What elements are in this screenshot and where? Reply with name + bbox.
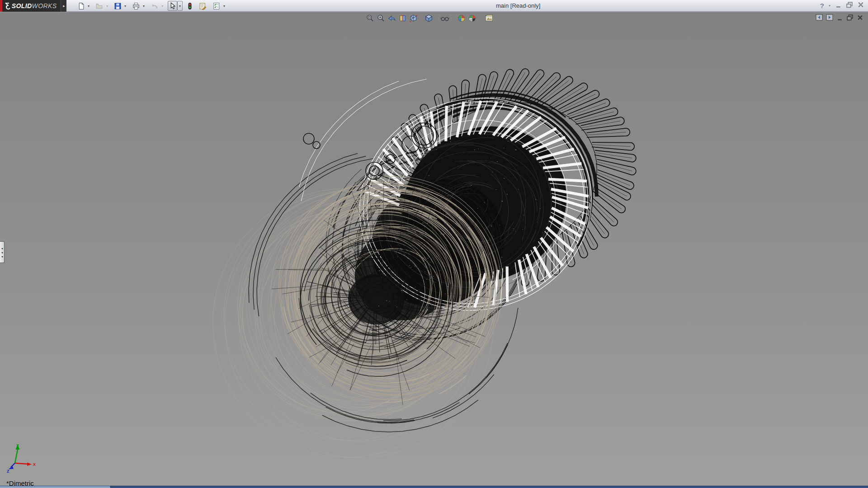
brand-solid: SOLID <box>12 2 32 9</box>
print-button[interactable] <box>131 1 142 11</box>
display-style-button[interactable] <box>423 13 434 23</box>
section-view-button[interactable] <box>397 13 408 23</box>
zoom-to-fit-button[interactable] <box>364 13 375 23</box>
pane-next-button[interactable] <box>826 14 833 21</box>
menu-flyout-arrow[interactable]: ▸ <box>61 0 66 12</box>
undo-button[interactable] <box>149 1 160 11</box>
view-orientation-label: *Dimetric <box>6 479 34 486</box>
taskbar-edge-left-segment <box>0 486 111 488</box>
flyout-left-arrow-icon: ◂ <box>1 251 3 254</box>
zoom-to-area-button[interactable] <box>375 13 386 23</box>
doc-close-button[interactable] <box>857 14 863 21</box>
featuremanager-flyout-tab[interactable]: ◂◂◂ <box>0 241 5 263</box>
save-dropdown-arrow[interactable]: ▾ <box>123 1 127 11</box>
svg-text:X: X <box>33 462 36 467</box>
save-button[interactable] <box>113 1 123 11</box>
app-restore-button[interactable] <box>846 1 853 10</box>
app-window-controls: ? ▾ <box>820 0 864 11</box>
app-close-button[interactable] <box>857 1 864 10</box>
apply-scene-button[interactable] <box>467 13 477 23</box>
select-dropdown-arrow[interactable]: ▾ <box>177 1 183 11</box>
document-window-controls <box>816 14 863 21</box>
options-button[interactable] <box>211 1 222 11</box>
svg-text:Z: Z <box>7 469 9 474</box>
options-dropdown-arrow[interactable]: ▾ <box>222 1 226 11</box>
file-properties-button[interactable] <box>197 1 208 11</box>
pane-previous-button[interactable] <box>816 14 823 21</box>
svg-text:Y: Y <box>16 443 19 448</box>
rebuild-stoplight-button[interactable] <box>186 1 194 11</box>
help-dropdown-arrow[interactable]: ▾ <box>828 1 831 11</box>
flyout-left-arrow-icon: ◂ <box>1 247 3 250</box>
engine-model-wireframe[interactable] <box>0 12 868 486</box>
headsup-view-toolbar <box>364 13 495 23</box>
new-document-dropdown-arrow[interactable]: ▾ <box>86 1 91 11</box>
solidworks-logo: Ʒ SOLIDWORKS ▸ <box>0 0 66 12</box>
doc-minimize-button[interactable] <box>836 14 843 21</box>
print-dropdown-arrow[interactable]: ▾ <box>142 1 146 11</box>
undo-dropdown-arrow[interactable]: ▾ <box>160 1 165 11</box>
menu-bar: Ʒ SOLIDWORKS ▸ ▾▾▾▾▾▾▾ main [Read-only] … <box>0 0 868 12</box>
graphics-viewport[interactable]: ◂◂◂ YXZ *Dimetric <box>0 12 868 486</box>
previous-view-button[interactable] <box>386 13 397 23</box>
document-title: main [Read-only] <box>496 0 540 11</box>
flyout-left-arrow-icon: ◂ <box>1 255 3 258</box>
help-button[interactable]: ? <box>820 2 824 9</box>
brand-works: WORKS <box>32 2 57 9</box>
view-orientation-button[interactable] <box>408 13 419 23</box>
taskbar-edge <box>0 486 868 488</box>
doc-restore-button[interactable] <box>846 14 854 21</box>
main-toolbar: ▾▾▾▾▾▾▾ <box>76 0 230 11</box>
orientation-triad: YXZ <box>5 442 42 474</box>
select-button[interactable] <box>168 1 177 11</box>
hide-show-items-button[interactable] <box>439 13 450 23</box>
edit-appearance-button[interactable] <box>456 13 467 23</box>
view-settings-button[interactable] <box>484 13 495 23</box>
new-document-button[interactable] <box>76 1 86 11</box>
app-minimize-button[interactable] <box>835 2 842 10</box>
logo-block: Ʒ SOLIDWORKS <box>2 0 61 12</box>
open-button[interactable] <box>94 1 105 11</box>
solidworks-glyph-icon: Ʒ <box>5 2 10 10</box>
open-dropdown-arrow[interactable]: ▾ <box>105 1 109 11</box>
